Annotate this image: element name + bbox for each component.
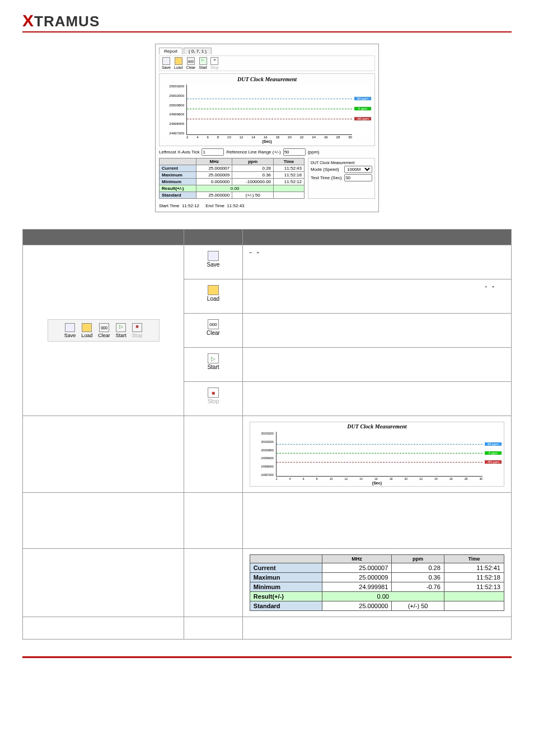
refline-label: Reference Line Range (+/-) bbox=[226, 150, 280, 155]
chart-plot: 2500320025002000250008002499960024998400… bbox=[162, 85, 372, 135]
chart-title: DUT Clock Measurement bbox=[162, 76, 372, 82]
legend-neg50ppm: -50 ppm bbox=[354, 117, 371, 120]
footer-rule bbox=[22, 656, 512, 658]
side-panel: DUT Clock Measurement Mode (Speed)1000M … bbox=[308, 158, 375, 199]
leftmost-label: Leftmost X-Axis Tick bbox=[159, 150, 199, 155]
toolbar-image: Save Load 000Clear ▷Start ■Stop bbox=[48, 319, 160, 342]
tab-report[interactable]: Report bbox=[159, 48, 182, 54]
refline-input[interactable] bbox=[283, 148, 306, 156]
start-button[interactable]: ▷Start bbox=[199, 57, 207, 69]
clear-icon: 000 bbox=[99, 323, 109, 332]
legend-0ppm: 0 ppm bbox=[354, 107, 371, 110]
load-icon bbox=[82, 323, 92, 332]
load-icon bbox=[175, 57, 182, 65]
load-button[interactable]: Load bbox=[174, 57, 183, 69]
brand-logo: XTRAMUS bbox=[22, 11, 512, 30]
save-icon bbox=[65, 323, 75, 332]
toolbar: Save Load 000Clear ▷Start ■Stop bbox=[159, 55, 375, 71]
clear-button[interactable]: 000Clear bbox=[186, 57, 196, 69]
stop-icon: ■ bbox=[208, 388, 219, 398]
start-icon: ▷ bbox=[116, 323, 126, 332]
start-icon: ▷ bbox=[199, 57, 207, 65]
testtime-input[interactable] bbox=[344, 174, 372, 181]
load-icon bbox=[208, 285, 219, 295]
mode-select[interactable]: 1000M bbox=[344, 166, 372, 173]
leftmost-input[interactable] bbox=[202, 148, 224, 156]
clear-icon: 000 bbox=[208, 319, 219, 329]
description-table: Save Load 000Clear ▷Start ■Stop Save “ ”… bbox=[22, 229, 512, 640]
stop-icon: ■ bbox=[132, 323, 142, 332]
start-icon: ▷ bbox=[208, 353, 219, 363]
measurement-table-embed: MHzppmTime Current25.0000070.2811:52:41 … bbox=[250, 554, 504, 611]
legend-50ppm: 50 ppm bbox=[354, 97, 371, 100]
stop-button[interactable]: ■Stop bbox=[210, 57, 218, 69]
chart-embed: DUT Clock Measurement 250032002500200025… bbox=[250, 422, 504, 487]
tab-coords[interactable]: ( 0, 7, 1 ) bbox=[184, 48, 212, 54]
save-icon bbox=[162, 57, 170, 65]
report-window: Report ( 0, 7, 1 ) Save Load 000Clear ▷S… bbox=[155, 44, 379, 212]
measurement-table: MHzppmTime Current25.0000070.2811:52:43 … bbox=[159, 158, 305, 199]
clear-icon: 000 bbox=[187, 57, 195, 65]
header-rule bbox=[22, 31, 512, 32]
save-button[interactable]: Save bbox=[162, 57, 171, 69]
stop-icon: ■ bbox=[210, 57, 218, 65]
save-icon bbox=[208, 251, 219, 261]
